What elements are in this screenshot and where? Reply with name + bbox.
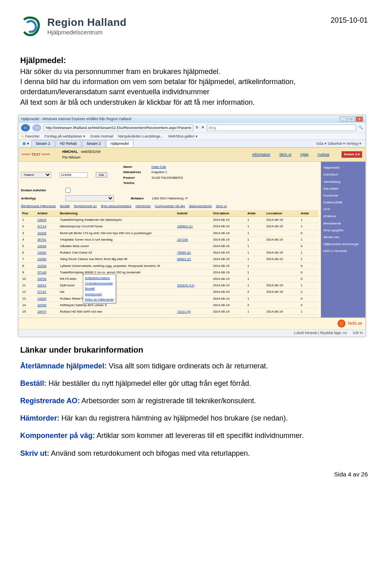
sidebar-item[interactable]: Meddelande	[323, 220, 363, 227]
search-button[interactable]: Sök	[96, 172, 107, 178]
context-menu-item[interactable]: Artikelinformation	[85, 275, 114, 281]
individ-link[interactable]: 101915 (11)	[176, 282, 212, 289]
article-link[interactable]: 31038	[36, 230, 59, 236]
sidebar-item[interactable]: eFaktura	[323, 213, 363, 220]
action-link[interactable]: Komponenter på väg	[155, 204, 185, 208]
table-row[interactable]: 331038Mobil lyft Birdie 170 kg el/el 100…	[21, 230, 318, 236]
ie-page-tools[interactable]: Sida ▾ Säkerhet ▾ Verktyg ▾	[314, 140, 363, 147]
search-input[interactable]	[207, 125, 356, 131]
article-link[interactable]: 16268	[36, 262, 59, 269]
action-link[interactable]: Byte baskod/betalare	[101, 204, 131, 208]
top-link[interactable]: Skriv ut	[279, 152, 291, 157]
patient-id-input[interactable]	[59, 172, 88, 178]
sidebar-item[interactable]: HMC:s Hemsida	[323, 247, 363, 254]
top-link[interactable]: Hjälp	[300, 152, 309, 157]
maximize-icon[interactable]: ▭	[348, 116, 355, 122]
back-icon[interactable]: ←	[21, 124, 30, 131]
ie-favorites-bar: ★ Favoriter Förslag på webbplatser ▾ Gra…	[19, 133, 365, 140]
fav-item[interactable]: Gratis Hotmail	[90, 134, 113, 139]
article-link[interactable]: 10024	[36, 217, 59, 223]
fav-item[interactable]: WebSlice-galleri ▾	[168, 134, 197, 139]
individ-link[interactable]: 66063 (2)	[176, 256, 212, 262]
table-row[interactable]: 1432930Höftskydd SafeHip AirX unisex S20…	[21, 302, 318, 308]
table-row[interactable]: 510046Gåstativ Beta vuxen2014-08-1910	[21, 243, 318, 250]
table-row[interactable]: 1227141hal2014-08-1922014-08-192	[21, 289, 318, 295]
table-row[interactable]: 816268Lyftsele Universalsele, axelhög ry…	[21, 262, 318, 269]
ie-tab[interactable]: HD Rehab	[55, 140, 81, 147]
top-link[interactable]: Avsluta	[318, 152, 329, 157]
sidebar-item[interactable]: Kundorder	[323, 192, 363, 199]
table-row[interactable]: 1132021Dj40 kund101915 (11)2014-08-19120…	[21, 282, 318, 289]
article-link[interactable]: 18475	[36, 308, 59, 315]
table-row[interactable]: 719260Säng Etude Classic low 90cm 4mot l…	[21, 256, 318, 262]
action-link[interactable]: Skriv ut	[216, 204, 227, 208]
benamning-cell: Rollator Carl-Oskar 62	[59, 250, 176, 256]
individ-link[interactable]: 107106	[176, 236, 212, 243]
context-menu-item[interactable]: Retur av hjälpmedel	[85, 297, 114, 302]
article-link[interactable]: 19202	[36, 250, 59, 256]
article-link[interactable]: 37114	[36, 223, 59, 230]
table-row[interactable]: 110024Toalettförhöjning fristående inkl …	[21, 217, 318, 223]
fav-item[interactable]: Närsjukvården Landstinge...	[118, 134, 163, 139]
context-menu-item[interactable]: Ordinationsöversikt	[85, 281, 114, 286]
individ-link[interactable]: 79585 (2)	[176, 250, 212, 256]
sidebar-item[interactable]: Dina uppgifter	[323, 227, 363, 234]
article-link[interactable]: 36761	[36, 236, 59, 243]
action-link[interactable]: Återlämnade hjälpmedel	[21, 204, 56, 208]
individ-link[interactable]: 71011 (8)	[176, 308, 212, 315]
ie-tab[interactable]: Sesam 2	[82, 140, 105, 147]
url-input[interactable]	[44, 125, 193, 131]
article-link[interactable]: 19203	[36, 295, 59, 302]
table-row[interactable]: 619202Rollator Carl-Oskar 6279585 (2)201…	[21, 250, 318, 256]
refresh-icon[interactable]: ↻	[196, 125, 199, 130]
action-link[interactable]: Baskodshistorik	[189, 204, 212, 208]
action-link[interactable]: Registrerade ao	[74, 204, 97, 208]
table-cell: 2014-08-19	[265, 256, 299, 262]
sidebar-item[interactable]: Hjälpmedels-anvisningar	[323, 241, 363, 247]
table-row[interactable]: 436761Vridplatta Turner mod 2 runt handt…	[21, 236, 318, 243]
article-link[interactable]: 27141	[36, 289, 59, 295]
sidebar-item[interactable]: Kvittera BMB	[323, 199, 363, 206]
status-zoom[interactable]: 105 %	[352, 330, 363, 336]
table-row[interactable]: 237114Madrasspump CuroCell Nova106863 (1…	[21, 223, 318, 230]
article-link[interactable]: 34256	[36, 275, 59, 282]
article-link[interactable]: 19260	[36, 256, 59, 262]
value-name[interactable]: Kalle Kula	[152, 165, 166, 169]
sidebar-item[interactable]: Allmän info	[323, 234, 363, 241]
ie-tab-active[interactable]: Hjälpmedel	[106, 140, 133, 147]
article-link[interactable]: 32021	[36, 282, 59, 289]
sidebar-item[interactable]: Individkort	[323, 171, 363, 178]
favorites-label[interactable]: Favoriter	[25, 134, 40, 138]
context-menu[interactable]: ArtikelinformationOrdinationsöversiktBes…	[83, 274, 116, 303]
sidebar-item[interactable]: Hjälpmedel	[323, 164, 363, 171]
hinfo-label[interactable]: hinfo.se	[348, 321, 362, 326]
individ-link[interactable]: 106863 (1)	[176, 223, 212, 230]
artikeltyp-select[interactable]	[65, 195, 114, 201]
only-individuals-checkbox[interactable]	[65, 188, 71, 193]
stop-icon[interactable]: ✕	[201, 125, 205, 130]
table-row[interactable]: 1518475Rullstol HD 600 sb45 röd ram71011…	[21, 308, 318, 315]
context-menu-item[interactable]: Beställ	[85, 286, 114, 291]
sidebar-item[interactable]: Sök artikel	[323, 185, 363, 192]
article-link[interactable]: 32930	[36, 302, 59, 308]
ie-tab[interactable]: Sesam 2	[32, 140, 55, 147]
fav-item[interactable]: Förslag på webbplatser ▾	[44, 134, 85, 139]
table-row[interactable]: 937140Toalettförhöjning 90000 2 cm m. ar…	[21, 269, 318, 275]
action-link[interactable]: Beställ	[60, 204, 70, 208]
article-link[interactable]: 37140	[36, 269, 59, 275]
sidebar-item[interactable]: Varukatalog	[323, 178, 363, 185]
action-link[interactable]: Hämtorder	[135, 204, 151, 208]
table-row[interactable]: 1319203Rollator Rebel 572014-08-1910	[21, 295, 318, 302]
sidebar-item[interactable]: CFR	[323, 206, 363, 213]
search-go-icon[interactable]: 🔍	[358, 125, 363, 130]
forward-icon[interactable]: →	[32, 124, 41, 131]
article-link[interactable]: 10046	[36, 243, 59, 250]
table-cell: 3	[21, 230, 36, 236]
benamning-cell: Gåstativ Beta vuxen	[59, 243, 176, 250]
context-menu-item[interactable]: Arbetsorder	[85, 292, 114, 297]
top-link[interactable]: Information	[252, 152, 270, 157]
minimize-icon[interactable]: _	[340, 116, 347, 122]
patient-type-select[interactable]: Patient	[21, 172, 51, 178]
table-row[interactable]: 1034256RA Fit AktivArtikelinformationOrd…	[21, 275, 318, 282]
close-icon[interactable]: ✕	[356, 116, 363, 122]
